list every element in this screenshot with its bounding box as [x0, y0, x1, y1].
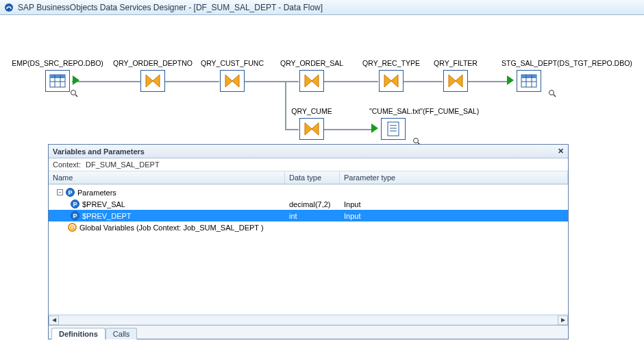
node-label: QRY_REC_TYPE	[362, 59, 420, 67]
play-icon	[73, 75, 79, 86]
col-name[interactable]: Name	[49, 171, 285, 184]
svg-point-6	[71, 91, 76, 95]
svg-point-19	[414, 139, 419, 143]
param-ptype: Input	[340, 200, 568, 208]
node-label: QRY_CUME	[291, 107, 332, 115]
dataflow-canvas[interactable]: EMP(DS_SRC_REPO.DBO) QRY_ORDER_DEPTNO QR…	[0, 15, 644, 145]
svg-point-0	[5, 3, 13, 12]
titlebar: SAP BusinessObjects Data Services Design…	[0, 0, 644, 15]
scroll-left-icon[interactable]: ◀	[49, 315, 59, 325]
node-qry-order-sal[interactable]: QRY_ORDER_SAL	[299, 70, 324, 92]
node-qry-cust-func[interactable]: QRY_CUST_FUNC	[220, 70, 245, 92]
window-title: SAP BusinessObjects Data Services Design…	[18, 3, 323, 12]
play-icon	[371, 123, 378, 134]
tree-node-globals[interactable]: G Global Variables (Job Context: Job_SUM…	[49, 221, 568, 233]
query-icon	[299, 70, 324, 92]
tab-calls[interactable]: Calls	[106, 328, 137, 339]
panel-title: Variables and Parameters	[53, 147, 145, 156]
tree-node-parameters[interactable]: − P Parameters	[49, 187, 568, 198]
parameter-icon: P	[71, 211, 79, 220]
param-type: int	[285, 212, 340, 220]
table-icon	[45, 70, 70, 92]
node-label: QRY_FILTER	[434, 59, 478, 67]
svg-point-13	[549, 91, 554, 95]
file-icon	[381, 118, 406, 140]
node-qry-cume[interactable]: QRY_CUME	[299, 118, 324, 140]
query-icon	[140, 70, 165, 92]
col-datatype[interactable]: Data type	[285, 171, 340, 184]
param-type: decimal(7,2)	[285, 200, 340, 208]
magnify-icon[interactable]	[548, 89, 556, 99]
svg-line-7	[75, 95, 77, 97]
tree-label: Parameters	[77, 189, 116, 197]
globals-icon: G	[68, 223, 77, 232]
node-label: QRY_CUST_FUNC	[201, 59, 264, 67]
collapse-icon[interactable]: −	[57, 189, 63, 195]
node-label: STG_SAL_DEPT(DS_TGT_REPO.DBO)	[501, 59, 632, 67]
context-row: Context: DF_SUM_SAL_DEPT	[49, 158, 568, 171]
query-icon	[379, 70, 404, 92]
table-icon	[517, 70, 541, 92]
param-row[interactable]: P $PREV_DEPT int Input	[49, 210, 568, 221]
node-qry-filter[interactable]: QRY_FILTER	[443, 70, 468, 92]
play-icon	[507, 75, 514, 86]
app-logo-icon	[4, 3, 14, 12]
param-row[interactable]: P $PREV_SAL decimal(7,2) Input	[49, 198, 568, 210]
parameter-group-icon: P	[66, 188, 75, 197]
parameter-icon: P	[71, 200, 79, 208]
node-label: QRY_ORDER_DEPTNO	[113, 59, 193, 67]
svg-rect-9	[521, 75, 536, 78]
grid-header: Name Data type Parameter type	[49, 171, 568, 184]
param-name: $PREV_SAL	[82, 200, 125, 208]
magnify-icon[interactable]	[70, 89, 78, 99]
param-ptype: Input	[340, 212, 568, 220]
tree-label: Global Variables (Job Context: Job_SUM_S…	[79, 224, 264, 232]
variables-panel: Variables and Parameters ✕ Context: DF_S…	[48, 144, 569, 339]
node-target-table[interactable]: STG_SAL_DEPT(DS_TGT_REPO.DBO)	[508, 70, 541, 92]
context-label: Context:	[53, 160, 81, 169]
horizontal-scrollbar[interactable]: ◀ ▶	[49, 314, 568, 325]
node-label: EMP(DS_SRC_REPO.DBO)	[12, 59, 103, 67]
node-qry-order-deptno[interactable]: QRY_ORDER_DEPTNO	[140, 70, 165, 92]
col-paramtype[interactable]: Parameter type	[340, 171, 568, 184]
scroll-track[interactable]	[59, 315, 558, 325]
query-icon	[443, 70, 468, 92]
svg-rect-2	[50, 75, 65, 78]
node-source-table[interactable]: EMP(DS_SRC_REPO.DBO)	[45, 70, 70, 92]
param-name: $PREV_DEPT	[82, 212, 132, 220]
query-icon	[299, 118, 324, 140]
param-tree[interactable]: − P Parameters P $PREV_SAL decimal(7,2) …	[49, 184, 568, 314]
close-icon[interactable]: ✕	[558, 147, 564, 156]
node-label: QRY_ORDER_SAL	[280, 59, 343, 67]
panel-tabs: Definitions Calls	[49, 325, 568, 339]
svg-rect-15	[388, 122, 399, 136]
node-flatfile-target[interactable]: "CUME_SAL.txt"(FF_CUME_SAL)	[373, 118, 406, 140]
node-qry-rec-type[interactable]: QRY_REC_TYPE	[379, 70, 404, 92]
panel-header[interactable]: Variables and Parameters ✕	[49, 145, 568, 158]
node-label: "CUME_SAL.txt"(FF_CUME_SAL)	[369, 107, 479, 115]
scroll-right-icon[interactable]: ▶	[558, 315, 568, 325]
tab-definitions[interactable]: Definitions	[51, 328, 106, 339]
context-value: DF_SUM_SAL_DEPT	[86, 160, 160, 169]
svg-line-14	[554, 95, 556, 97]
query-icon	[220, 70, 245, 92]
